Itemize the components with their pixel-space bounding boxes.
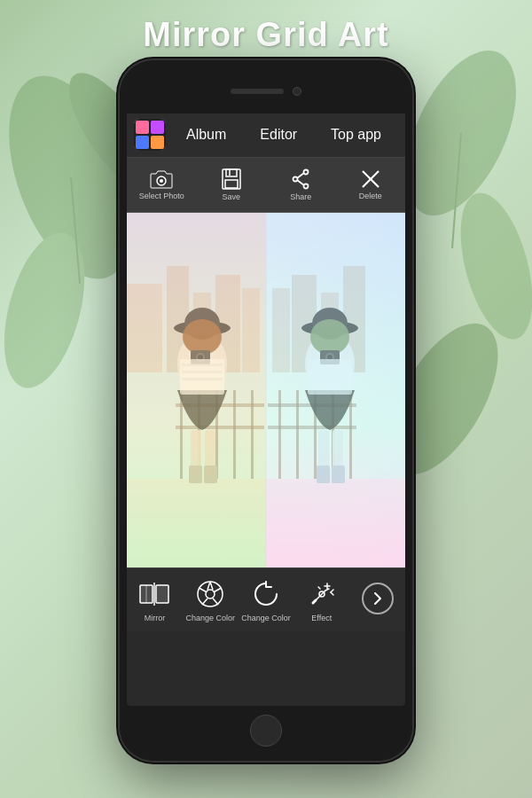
phone-screen: Album Editor Top app Select Photo (127, 112, 405, 706)
share-label: Share (290, 192, 311, 201)
refresh-icon (250, 578, 282, 610)
app-logo (134, 119, 166, 151)
svg-line-96 (207, 582, 210, 590)
svg-rect-17 (225, 180, 238, 188)
delete-button[interactable]: Delete (336, 169, 406, 200)
svg-line-103 (313, 600, 316, 603)
svg-line-100 (199, 588, 206, 592)
change-color-button-2[interactable]: Change Color (239, 573, 294, 628)
svg-line-22 (298, 173, 304, 178)
mirror-label: Mirror (145, 614, 166, 622)
change-color-button-1[interactable]: Change Color (183, 573, 239, 628)
camera-icon (150, 169, 173, 189)
svg-point-95 (206, 590, 215, 598)
svg-point-14 (160, 179, 163, 183)
svg-point-19 (304, 170, 309, 175)
aperture-icon (194, 578, 226, 610)
change-color-label-2: Change Color (241, 614, 291, 622)
change-color-label-1: Change Color (185, 614, 235, 622)
next-button[interactable] (349, 577, 405, 623)
next-arrow-circle (362, 583, 394, 614)
mirror-button[interactable]: Mirror (127, 573, 183, 628)
app-toolbar: Select Photo Save (127, 158, 405, 213)
phone-camera (293, 87, 301, 96)
share-icon (290, 168, 311, 190)
share-button[interactable]: Share (266, 168, 336, 201)
svg-line-99 (202, 598, 207, 605)
app-bottom-bar: Mirror Change Color (127, 567, 405, 631)
effect-icon (306, 578, 338, 610)
svg-line-98 (213, 598, 218, 604)
home-button[interactable] (250, 715, 282, 747)
svg-point-4 (447, 185, 532, 347)
svg-point-94 (198, 582, 223, 606)
header-nav: Album Editor Top app (166, 123, 398, 146)
nav-item-editor[interactable]: Editor (254, 123, 302, 146)
svg-line-97 (215, 588, 222, 592)
select-photo-label: Select Photo (139, 192, 184, 200)
phone-frame: Album Editor Top app Select Photo (120, 60, 412, 761)
phone-bottom-bezel (120, 706, 412, 761)
svg-point-21 (304, 184, 309, 189)
phone-speaker (231, 89, 284, 94)
save-icon (222, 168, 241, 190)
select-photo-button[interactable]: Select Photo (127, 169, 197, 200)
svg-line-23 (298, 180, 304, 185)
svg-point-20 (293, 177, 298, 182)
delete-label: Delete (359, 192, 382, 200)
nav-item-album[interactable]: Album (181, 123, 231, 146)
effect-button[interactable]: Effect (293, 573, 349, 628)
svg-rect-11 (136, 136, 149, 149)
svg-rect-81 (127, 213, 266, 567)
save-button[interactable]: Save (197, 168, 267, 201)
svg-rect-82 (266, 213, 405, 567)
svg-rect-9 (136, 121, 149, 134)
photo-canvas (127, 213, 405, 567)
svg-line-101 (210, 582, 213, 590)
page-title: Mirror Grid Art (0, 16, 532, 54)
nav-item-topapp[interactable]: Top app (325, 123, 387, 146)
mirror-icon (138, 578, 170, 610)
svg-rect-16 (226, 169, 237, 176)
svg-rect-12 (151, 136, 164, 149)
svg-line-109 (318, 587, 320, 589)
svg-rect-10 (151, 121, 164, 134)
app-header: Album Editor Top app (127, 112, 405, 158)
svg-line-107 (331, 592, 333, 595)
delete-icon (361, 169, 380, 189)
phone-notch (120, 60, 412, 113)
svg-line-110 (325, 589, 329, 591)
effect-label: Effect (311, 614, 332, 622)
image-area (127, 213, 405, 567)
svg-rect-92 (156, 585, 168, 603)
save-label: Save (222, 192, 240, 201)
